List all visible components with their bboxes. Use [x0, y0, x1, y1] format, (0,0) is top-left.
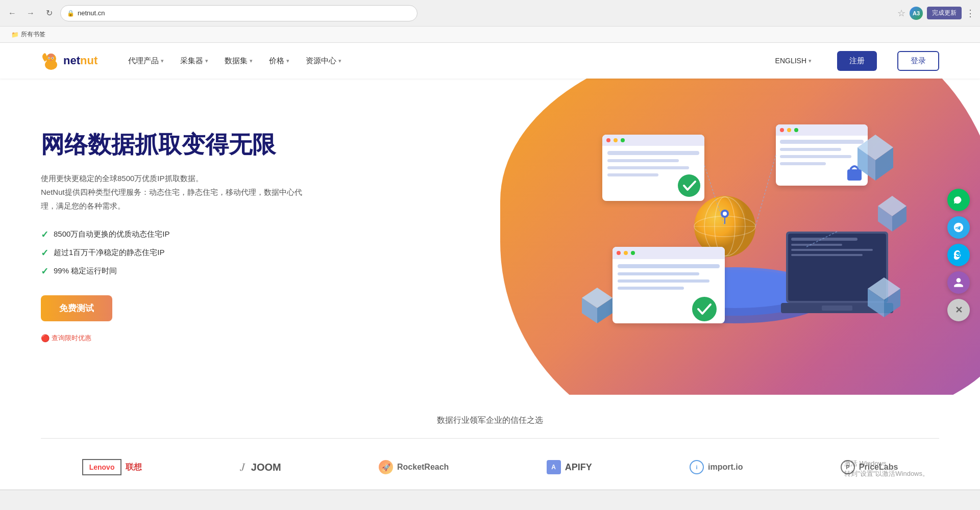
feature-item-1: ✓ 8500万自动更换的优质动态住宅IP [41, 229, 316, 240]
forward-button[interactable]: → [23, 6, 38, 20]
svg-rect-50 [618, 264, 720, 268]
lenovo-logo-box: Lenovo [82, 459, 122, 475]
svg-point-6 [52, 58, 53, 59]
partner-joom: 𝐽 JOOM [240, 461, 281, 474]
svg-rect-60 [791, 254, 863, 256]
folder-icon: 📁 [11, 31, 19, 38]
check-icon-1: ✓ [41, 229, 48, 240]
svg-point-48 [624, 251, 628, 255]
url-text: netnut.cn [78, 9, 105, 17]
navbar: netnut 代理产品 ▾ 采集器 ▾ 数据集 ▾ 价格 ▾ 资源中心 ▾ [0, 43, 980, 79]
feature-item-2: ✓ 超过1百万干净稳定的静态住宅IP [41, 247, 316, 259]
close-social-button[interactable]: ✕ [947, 299, 970, 321]
svg-rect-24 [602, 143, 704, 146]
partner-rocketreach: 🚀 RocketReach [379, 460, 449, 474]
partner-import-io: i import.io [690, 460, 743, 474]
nav-item-proxy[interactable]: 代理产品 ▾ [128, 56, 164, 66]
check-icon-3: ✓ [41, 266, 48, 277]
partners-logos: Lenovo 联想 𝐽 JOOM 🚀 RocketReach A [41, 459, 939, 475]
partners-divider [41, 438, 939, 439]
svg-rect-29 [607, 159, 679, 162]
svg-point-25 [606, 138, 610, 142]
partners-title: 数据行业领军企业的信任之选 [41, 415, 939, 426]
svg-rect-43 [847, 169, 862, 181]
logo[interactable]: netnut [41, 50, 97, 71]
browser-chrome: ← → ↻ 🔒 netnut.cn ☆ A3 完成更新 ⋮ [0, 0, 980, 27]
bookmarks-folder[interactable]: 📁 所有书签 [8, 29, 48, 40]
register-button[interactable]: 注册 [837, 51, 877, 71]
svg-rect-39 [780, 140, 864, 144]
hero-illustration [561, 94, 919, 379]
svg-rect-46 [612, 256, 725, 259]
nav-item-dataset[interactable]: 数据集 ▾ [225, 56, 253, 66]
chevron-down-icon: ▾ [286, 58, 289, 64]
apify-icon: A [547, 460, 561, 474]
nav-item-scraper[interactable]: 采集器 ▾ [180, 56, 208, 66]
hero-content: 网络数据抓取变得无限 使用更快更稳定的全球8500万优质IP抓取数据。 NetN… [0, 100, 357, 373]
svg-rect-40 [780, 148, 841, 151]
svg-rect-28 [607, 151, 699, 155]
chevron-down-icon: ▾ [205, 58, 208, 64]
svg-point-27 [621, 138, 625, 142]
svg-rect-35 [776, 133, 868, 136]
language-selector[interactable]: ENGLISH ▾ [770, 54, 817, 68]
menu-icon[interactable]: ⋮ [966, 8, 975, 19]
back-button[interactable]: ← [5, 6, 19, 20]
login-button[interactable]: 登录 [897, 51, 939, 71]
chat-login-button[interactable] [947, 271, 970, 294]
check-icon-2: ✓ [41, 247, 48, 259]
svg-rect-58 [791, 244, 842, 246]
svg-point-38 [794, 128, 798, 132]
lock-icon: 🔒 [67, 10, 75, 17]
svg-rect-30 [607, 166, 689, 169]
chevron-down-icon: ▾ [338, 58, 341, 64]
free-trial-button[interactable]: 免费测试 [41, 295, 112, 321]
telegram-button[interactable] [947, 216, 970, 239]
skype-button[interactable] [947, 244, 970, 266]
logo-squirrel-icon [41, 50, 61, 71]
social-buttons: ✕ [947, 189, 970, 321]
svg-rect-41 [780, 155, 851, 158]
svg-point-20 [723, 212, 727, 216]
importio-icon: i [690, 460, 704, 474]
partner-apify: A APIFY [547, 460, 592, 474]
website-content: netnut 代理产品 ▾ 采集器 ▾ 数据集 ▾ 价格 ▾ 资源中心 ▾ [0, 43, 980, 506]
svg-point-49 [631, 251, 635, 255]
browser-actions: ☆ A3 完成更新 ⋮ [897, 7, 975, 20]
nav-item-resources[interactable]: 资源中心 ▾ [306, 56, 341, 66]
feature-item-3: ✓ 99% 稳定运行时间 [41, 266, 316, 277]
bookmark-star-icon[interactable]: ☆ [897, 8, 905, 19]
svg-point-2 [48, 54, 54, 58]
partner-lenovo: Lenovo 联想 [82, 459, 142, 475]
svg-point-54 [692, 297, 717, 321]
hero-title: 网络数据抓取变得无限 [41, 131, 316, 159]
wechat-button[interactable] [947, 189, 970, 211]
svg-rect-59 [791, 249, 873, 251]
hero-subtitle: 使用更快更稳定的全球8500万优质IP抓取数据。 NetNut提供四种类型代理服… [41, 171, 316, 213]
x-icon: ✕ [955, 304, 963, 316]
nav-item-pricing[interactable]: 价格 ▾ [269, 56, 289, 66]
svg-rect-31 [607, 173, 658, 176]
svg-point-32 [678, 174, 700, 197]
svg-point-36 [780, 128, 784, 132]
chevron-down-icon: ▾ [808, 58, 812, 64]
address-bar[interactable]: 🔒 netnut.cn [60, 5, 418, 21]
rocketreach-icon: 🚀 [379, 460, 393, 474]
svg-rect-51 [618, 272, 699, 275]
hero-section: 网络数据抓取变得无限 使用更快更稳定的全球8500万优质IP抓取数据。 NetN… [0, 79, 980, 395]
update-button[interactable]: 完成更新 [927, 7, 962, 19]
promo-link[interactable]: 🔴 查询限时优惠 [41, 334, 316, 343]
svg-line-64 [755, 155, 776, 226]
taskbar [0, 490, 980, 510]
svg-rect-52 [618, 279, 709, 283]
refresh-button[interactable]: ↻ [42, 6, 56, 20]
svg-point-47 [617, 251, 621, 255]
svg-point-37 [787, 128, 791, 132]
svg-rect-62 [822, 305, 852, 311]
chevron-down-icon: ▾ [161, 58, 164, 64]
hero-features: ✓ 8500万自动更换的优质动态住宅IP ✓ 超过1百万干净稳定的静态住宅IP … [41, 229, 316, 277]
promo-icon: 🔴 [41, 334, 50, 342]
svg-rect-53 [618, 287, 684, 290]
svg-point-26 [614, 138, 618, 142]
bookmarks-bar: 📁 所有书签 [0, 27, 980, 43]
